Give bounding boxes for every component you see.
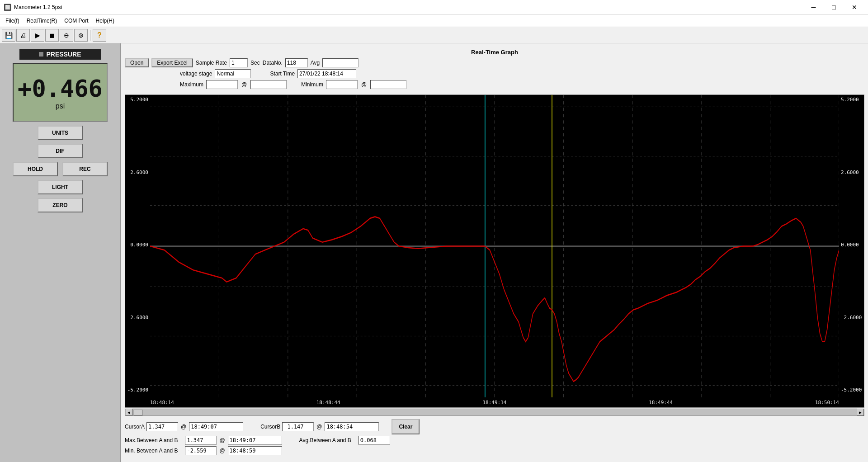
- cursor-b-at: @: [316, 424, 323, 430]
- maximum-time-input[interactable]: [250, 80, 287, 89]
- cursor-b-time[interactable]: [325, 422, 379, 431]
- start-time-label: Start Time: [270, 71, 295, 77]
- close-button[interactable]: ✕: [844, 0, 864, 14]
- light-button[interactable]: LIGHT: [38, 180, 83, 194]
- clear-button[interactable]: Clear: [392, 419, 420, 434]
- maximum-value-input[interactable]: [206, 80, 238, 89]
- min-between-time[interactable]: [228, 446, 282, 455]
- cursor-a-at: @: [180, 424, 187, 430]
- play-button[interactable]: ▶: [31, 29, 44, 42]
- minimum-time-input[interactable]: [370, 80, 406, 89]
- scroll-right-button[interactable]: ►: [857, 409, 864, 416]
- menubar: File(f) RealTime(R) COM Port Help(H): [0, 14, 868, 27]
- scroll-left-button[interactable]: ◄: [125, 409, 132, 416]
- sample-rate-label: Sample Rate: [196, 60, 227, 66]
- min-between-value[interactable]: [185, 446, 217, 455]
- y-label-right-n2.6: -2.6000: [839, 315, 864, 321]
- avg-input[interactable]: [322, 58, 359, 67]
- graph-svg: [150, 95, 839, 397]
- data-no-label: DataNo.: [263, 60, 283, 66]
- scroll-thumb[interactable]: [133, 410, 142, 416]
- settings-button[interactable]: ⊚: [74, 29, 88, 42]
- cursor-a-time[interactable]: [189, 422, 243, 431]
- x-label-3: 18:49:44: [649, 400, 673, 405]
- y-label-right-2.6: 2.6000: [839, 170, 864, 175]
- menu-file[interactable]: File(f): [2, 14, 23, 27]
- cursor-row-min: Min. Between A and B @: [125, 446, 864, 455]
- graph-title: Real-Time Graph: [125, 49, 864, 56]
- avg-between-value[interactable]: [359, 436, 390, 445]
- y-label-n5.2: -5.2000: [125, 387, 150, 393]
- cursor-row-ab: CursorA @ CursorB @ Clear: [125, 419, 864, 434]
- max-between-value[interactable]: [185, 436, 217, 445]
- cursor-a-value[interactable]: [146, 422, 178, 431]
- x-axis: 18:48:14 18:48:44 18:49:14 18:49:44 18:5…: [150, 397, 839, 407]
- plot-area: [150, 95, 839, 397]
- cursor-row-max: Max.Between A and B @ Avg.Between A and …: [125, 436, 864, 445]
- cursor-b-value[interactable]: [282, 422, 314, 431]
- help-button[interactable]: ?: [93, 29, 106, 42]
- titlebar: 🔲 Manometer 1.2 5psi ─ □ ✕: [0, 0, 868, 14]
- pressure-label: PRESSURE: [19, 49, 101, 60]
- y-label-0: 0.0000: [125, 242, 150, 248]
- start-time-input[interactable]: [297, 69, 356, 78]
- x-label-0: 18:48:14: [150, 400, 174, 405]
- hold-rec-row: HOLD REC: [13, 162, 108, 176]
- zero-button[interactable]: ZERO: [38, 198, 83, 212]
- pressure-label-text: PRESSURE: [46, 51, 81, 58]
- cursor-info: CursorA @ CursorB @ Clear Max.Between A …: [125, 417, 864, 458]
- stop-button[interactable]: ◼: [45, 29, 59, 42]
- y-axis-left: 5.2000 2.6000 0.0000 -2.6000 -5.2000: [125, 95, 150, 395]
- toolbar: 💾 🖨 ▶ ◼ ⊖ ⊚ ?: [0, 27, 868, 43]
- save-button[interactable]: 💾: [2, 29, 15, 42]
- hold-button[interactable]: HOLD: [13, 162, 58, 176]
- max-between-time[interactable]: [228, 436, 282, 445]
- x-label-1: 18:48:44: [316, 400, 340, 405]
- avg-between-label: Avg.Between A and B: [299, 437, 351, 443]
- rec-button[interactable]: REC: [62, 162, 108, 176]
- maximize-button[interactable]: □: [824, 0, 844, 14]
- pressure-display: +0.466 psi: [13, 63, 108, 122]
- cursor-b-label: CursorB: [260, 424, 280, 430]
- minimize-button[interactable]: ─: [803, 0, 824, 14]
- voltage-stage-label: voltage stage: [180, 71, 212, 77]
- minimum-at: @: [360, 81, 368, 88]
- y-label-5.2: 5.2000: [125, 97, 150, 103]
- y-label-right-5.2: 5.2000: [839, 97, 864, 103]
- export-button[interactable]: Export Excel: [151, 58, 193, 67]
- max-between-label: Max.Between A and B: [125, 437, 178, 443]
- voltage-stage-input[interactable]: [215, 69, 251, 78]
- app-title: Manometer 1.2 5psi: [14, 4, 62, 10]
- units-button[interactable]: UNITS: [38, 126, 83, 140]
- y-label-right-n5.2: -5.2000: [839, 387, 864, 393]
- y-label-2.6: 2.6000: [125, 170, 150, 175]
- data-no-input[interactable]: [285, 58, 308, 67]
- min-between-label: Min. Between A and B: [125, 448, 178, 454]
- print-button[interactable]: 🖨: [16, 29, 30, 42]
- scrollbar[interactable]: ◄ ►: [125, 409, 864, 416]
- dif-button[interactable]: DIF: [38, 144, 83, 158]
- menu-comport[interactable]: COM Port: [61, 14, 92, 27]
- header-row-3: Maximum @ Minimum @: [125, 80, 864, 89]
- scroll-track[interactable]: [132, 409, 857, 415]
- menu-help[interactable]: Help(H): [92, 14, 118, 27]
- minimum-value-input[interactable]: [326, 80, 358, 89]
- header-row-1: Open Export Excel Sample Rate Sec DataNo…: [125, 58, 864, 67]
- right-panel: Real-Time Graph Open Export Excel Sample…: [121, 43, 868, 462]
- left-panel: PRESSURE +0.466 psi UNITS DIF HOLD REC L…: [0, 43, 121, 462]
- sample-rate-input[interactable]: [230, 58, 248, 67]
- main-layout: PRESSURE +0.466 psi UNITS DIF HOLD REC L…: [0, 43, 868, 462]
- header-row-2: voltage stage Start Time: [125, 69, 864, 78]
- toolbar-separator: [90, 30, 90, 41]
- maximum-at: @: [241, 81, 248, 88]
- max-between-at: @: [218, 437, 226, 443]
- titlebar-controls: ─ □ ✕: [803, 0, 864, 14]
- graph-header: Real-Time Graph Open Export Excel Sample…: [125, 47, 864, 94]
- menu-realtime[interactable]: RealTime(R): [23, 14, 61, 27]
- minimum-label: Minimum: [301, 81, 323, 88]
- y-label-n2.6: -2.6000: [125, 315, 150, 321]
- open-button[interactable]: Open: [125, 58, 149, 67]
- zoom-out-button[interactable]: ⊖: [60, 29, 73, 42]
- pressure-value: +0.466: [18, 75, 103, 102]
- app-icon: 🔲: [4, 4, 11, 11]
